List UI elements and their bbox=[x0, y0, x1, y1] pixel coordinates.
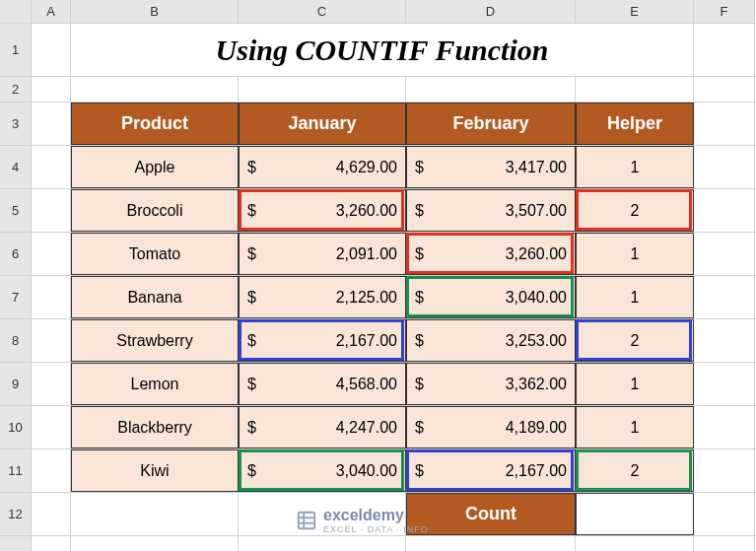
product-cell[interactable]: Lemon bbox=[71, 363, 239, 405]
jan-cell[interactable]: $2,125.00 bbox=[239, 276, 406, 318]
col-header-F[interactable]: F bbox=[694, 0, 755, 23]
cell-F4[interactable] bbox=[694, 146, 755, 188]
cell-E13[interactable] bbox=[576, 536, 694, 551]
cell-F8[interactable] bbox=[694, 319, 755, 362]
page-title[interactable]: Using COUNTIF Function bbox=[71, 24, 694, 76]
cell-F13[interactable] bbox=[694, 536, 755, 551]
cell-E2[interactable] bbox=[576, 77, 694, 102]
col-header-C[interactable]: C bbox=[239, 0, 406, 23]
row-header-8[interactable]: 8 bbox=[0, 319, 32, 362]
logo-name: exceldemy bbox=[323, 507, 429, 524]
feb-cell[interactable]: $3,260.00 bbox=[406, 233, 576, 275]
row-header-11[interactable]: 11 bbox=[0, 449, 32, 492]
jan-cell[interactable]: $3,040.00 bbox=[239, 449, 406, 492]
feb-cell[interactable]: $3,362.00 bbox=[406, 363, 576, 405]
row-header-1[interactable]: 1 bbox=[0, 24, 32, 76]
jan-cell[interactable]: $4,568.00 bbox=[239, 363, 406, 405]
cell-F12[interactable] bbox=[694, 493, 755, 535]
cell-A5[interactable] bbox=[32, 189, 71, 232]
product-cell[interactable]: Apple bbox=[71, 146, 239, 188]
table-header-helper[interactable]: Helper bbox=[576, 103, 694, 145]
row-header-4[interactable]: 4 bbox=[0, 146, 32, 188]
helper-cell[interactable]: 1 bbox=[576, 233, 694, 275]
helper-cell[interactable]: 2 bbox=[576, 189, 694, 232]
row-header-6[interactable]: 6 bbox=[0, 233, 32, 275]
col-header-A[interactable]: A bbox=[32, 0, 71, 23]
col-header-E[interactable]: E bbox=[576, 0, 694, 23]
cell-A7[interactable] bbox=[32, 276, 71, 318]
product-cell[interactable]: Strawberry bbox=[71, 319, 239, 362]
helper-cell[interactable]: 1 bbox=[576, 363, 694, 405]
cell-F9[interactable] bbox=[694, 363, 755, 405]
product-cell[interactable]: Kiwi bbox=[71, 449, 239, 492]
cell-A1[interactable] bbox=[32, 24, 71, 76]
count-value-cell[interactable] bbox=[576, 493, 694, 535]
cell-C13[interactable] bbox=[239, 536, 406, 551]
cell-A12[interactable] bbox=[32, 493, 71, 535]
cell-F11[interactable] bbox=[694, 449, 755, 492]
row-header-7[interactable]: 7 bbox=[0, 276, 32, 318]
count-label[interactable]: Count bbox=[406, 493, 576, 535]
cell-D2[interactable] bbox=[406, 77, 576, 102]
cell-F6[interactable] bbox=[694, 233, 755, 275]
row-header-12[interactable]: 12 bbox=[0, 493, 32, 535]
jan-cell[interactable]: $2,167.00 bbox=[239, 319, 406, 362]
product-cell[interactable]: Banana bbox=[71, 276, 239, 318]
col-header-D[interactable]: D bbox=[406, 0, 576, 23]
cell-A8[interactable] bbox=[32, 319, 71, 362]
feb-cell[interactable]: $3,507.00 bbox=[406, 189, 576, 232]
col-header-B[interactable]: B bbox=[71, 0, 239, 23]
feb-cell[interactable]: $3,040.00 bbox=[406, 276, 576, 318]
feb-cell[interactable]: $4,189.00 bbox=[406, 406, 576, 448]
table-header-february[interactable]: February bbox=[406, 103, 576, 145]
cell-A13[interactable] bbox=[32, 536, 71, 551]
helper-cell[interactable]: 2 bbox=[576, 319, 694, 362]
row-header-10[interactable]: 10 bbox=[0, 406, 32, 448]
cell-A9[interactable] bbox=[32, 363, 71, 405]
cell-B12[interactable] bbox=[71, 493, 239, 535]
helper-cell[interactable]: 1 bbox=[576, 146, 694, 188]
cell-F5[interactable] bbox=[694, 189, 755, 232]
cell-A11[interactable] bbox=[32, 449, 71, 492]
jan-cell[interactable]: $4,247.00 bbox=[239, 406, 406, 448]
value: 3,417.00 bbox=[506, 159, 569, 176]
cell-A6[interactable] bbox=[32, 233, 71, 275]
currency-symbol: $ bbox=[245, 332, 256, 350]
cell-B13[interactable] bbox=[71, 536, 239, 551]
product-cell[interactable]: Tomato bbox=[71, 233, 239, 275]
cell-A3[interactable] bbox=[32, 103, 71, 145]
feb-cell[interactable]: $3,417.00 bbox=[406, 146, 576, 188]
cell-F7[interactable] bbox=[694, 276, 755, 318]
cell-D13[interactable] bbox=[406, 536, 576, 551]
jan-cell[interactable]: $2,091.00 bbox=[239, 233, 406, 275]
table-row: 6 Tomato $2,091.00 $3,260.00 1 bbox=[0, 233, 756, 276]
row-header-3[interactable]: 3 bbox=[0, 103, 32, 145]
cell-F3[interactable] bbox=[694, 103, 755, 145]
row-header-13[interactable]: 13 bbox=[0, 536, 32, 551]
product-cell[interactable]: Broccoli bbox=[71, 189, 239, 232]
select-all-corner[interactable] bbox=[0, 0, 32, 23]
row-header-5[interactable]: 5 bbox=[0, 189, 32, 232]
helper-cell[interactable]: 1 bbox=[576, 276, 694, 318]
cell-F10[interactable] bbox=[694, 406, 755, 448]
cell-A2[interactable] bbox=[32, 77, 71, 102]
cell-A4[interactable] bbox=[32, 146, 71, 188]
helper-cell[interactable]: 2 bbox=[576, 449, 694, 492]
cell-F1[interactable] bbox=[694, 24, 755, 76]
table-header-january[interactable]: January bbox=[239, 103, 406, 145]
row-header-2[interactable]: 2 bbox=[0, 77, 32, 102]
jan-cell[interactable]: $4,629.00 bbox=[239, 146, 406, 188]
table-header-product[interactable]: Product bbox=[71, 103, 239, 145]
feb-cell[interactable]: $3,253.00 bbox=[406, 319, 576, 362]
feb-cell[interactable]: $2,167.00 bbox=[406, 449, 576, 492]
cell-A10[interactable] bbox=[32, 406, 71, 448]
value: 3,040.00 bbox=[506, 289, 569, 307]
cell-C2[interactable] bbox=[239, 77, 406, 102]
jan-cell[interactable]: $3,260.00 bbox=[239, 189, 406, 232]
cell-F2[interactable] bbox=[694, 77, 755, 102]
product-cell[interactable]: Blackberry bbox=[71, 406, 239, 448]
row-header-9[interactable]: 9 bbox=[0, 363, 32, 405]
helper-cell[interactable]: 1 bbox=[576, 406, 694, 448]
cell-B2[interactable] bbox=[71, 77, 239, 102]
value: 2,167.00 bbox=[336, 332, 399, 350]
